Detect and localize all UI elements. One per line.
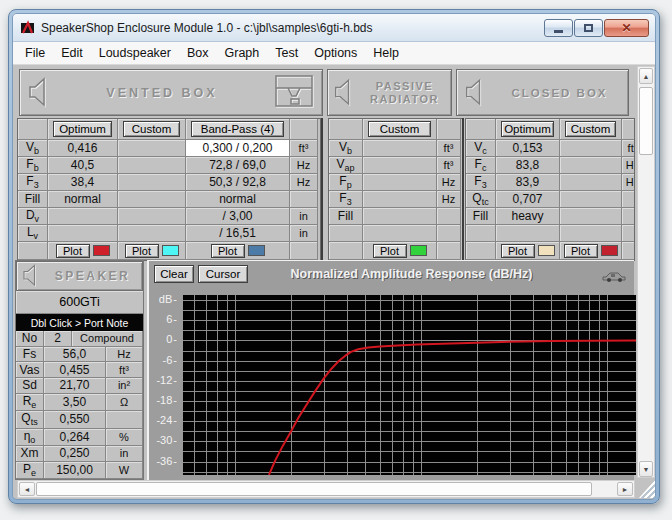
vented-box-table: OptimumCustomBand-Pass (4)Vb0,4160,300 /…: [17, 118, 321, 261]
unit-label: in: [290, 208, 318, 225]
maximize-button[interactable]: [574, 19, 603, 37]
value-cell: 83,8: [496, 157, 560, 174]
spec-value: 0,250: [44, 446, 106, 462]
value-cell: [118, 174, 186, 191]
plot-cell: Plot: [48, 242, 118, 260]
param-row: Vc0,153ft³: [466, 140, 634, 157]
unit-label: Hz: [437, 191, 461, 208]
plot-color-swatch: [601, 245, 618, 256]
response-chart: [183, 295, 636, 475]
car-icon[interactable]: [601, 268, 627, 282]
scroll-left-button[interactable]: ◄: [19, 482, 35, 496]
plot-cell: Plot: [496, 242, 560, 260]
alignment-button-optimum[interactable]: Optimum: [501, 121, 554, 137]
passive-radiator-header[interactable]: PASSIVE RADIATOR: [327, 69, 452, 116]
menu-item-file[interactable]: File: [17, 43, 53, 64]
menu-item-graph[interactable]: Graph: [217, 43, 268, 64]
spec-unit: %: [106, 429, 143, 446]
plot-area[interactable]: [183, 295, 636, 475]
clear-button[interactable]: Clear: [154, 265, 194, 283]
spec-unit: Ω: [106, 394, 143, 411]
close-button[interactable]: ✕: [604, 19, 649, 37]
vented-box-label: VENTED BOX: [56, 86, 268, 100]
speaker-panel-label: SPEAKER: [43, 269, 142, 283]
plot-button[interactable]: Plot: [564, 244, 598, 258]
alignment-button-custom[interactable]: Custom: [565, 121, 616, 137]
scroll-down-button[interactable]: ▼: [639, 461, 653, 477]
spec-label: Vas: [16, 362, 44, 378]
menu-item-help[interactable]: Help: [365, 43, 407, 64]
alignment-button-band-pass-4-[interactable]: Band-Pass (4): [191, 121, 284, 137]
value-cell: [118, 208, 186, 225]
section-divider: [462, 118, 464, 261]
value-cell: / 16,51: [186, 225, 290, 242]
desktop: SpeakerShop Enclosure Module 1.0 - c:\jb…: [0, 0, 672, 520]
minimize-button[interactable]: [544, 19, 573, 37]
value-cell: heavy: [496, 208, 560, 225]
plot-cell: Plot: [363, 242, 437, 260]
spec-label: Qts: [16, 411, 44, 428]
y-axis-label: 6: [149, 313, 177, 326]
row-label: Vap: [329, 157, 363, 174]
app-window: SpeakerShop Enclosure Module 1.0 - c:\jb…: [8, 9, 660, 504]
plot-button[interactable]: Plot: [211, 244, 245, 258]
scroll-up-button[interactable]: ▲: [639, 68, 653, 84]
vented-box-header[interactable]: VENTED BOX: [19, 69, 323, 116]
spec-value: 0,550: [44, 411, 106, 428]
spec-value: 150,00: [44, 462, 106, 479]
window-body: SpeakerShop Enclosure Module 1.0 - c:\jb…: [12, 13, 656, 500]
driver-mode[interactable]: Compound: [72, 331, 143, 347]
value-cell: [560, 157, 622, 174]
y-axis-label: -6: [149, 354, 177, 367]
unit-label: [622, 208, 635, 225]
vertical-scroll-thumb[interactable]: [639, 87, 653, 155]
speaker-spec-row: ηo0,264%: [16, 429, 143, 446]
column-header-cell: Optimum: [496, 119, 560, 140]
alignment-button-custom[interactable]: Custom: [123, 121, 180, 137]
response-curve: [269, 341, 636, 475]
menu-item-test[interactable]: Test: [267, 43, 306, 64]
plot-button[interactable]: Plot: [125, 244, 159, 258]
menu-item-edit[interactable]: Edit: [53, 43, 91, 64]
alignment-button-optimum[interactable]: Optimum: [53, 121, 112, 137]
y-axis-label: -30: [149, 434, 177, 447]
unit-header-cell: [437, 119, 461, 140]
plot-button[interactable]: Plot: [373, 244, 407, 258]
plot-button[interactable]: Plot: [56, 244, 90, 258]
plot-button-row: PlotPlotPlot: [18, 242, 320, 260]
speaker-spec-table: No2CompoundFs56,0HzVas0,455ft³Sd21,70in²…: [16, 331, 143, 479]
vertical-scrollbar: ▲ ▼: [637, 66, 655, 478]
param-row: Vbft³: [329, 140, 463, 157]
menu-item-options[interactable]: Options: [306, 43, 365, 64]
param-row: Vb0,4160,300 / 0,200ft³: [18, 140, 320, 157]
horizontal-scroll-thumb[interactable]: [36, 482, 592, 496]
value-cell: 50,3 / 92,8: [186, 174, 290, 191]
title-bar[interactable]: SpeakerShop Enclosure Module 1.0 - c:\jb…: [13, 14, 655, 42]
value-cell: [363, 225, 437, 242]
value-cell: normal: [48, 191, 118, 208]
speaker-header[interactable]: SPEAKER: [16, 261, 143, 291]
param-row: FpHz: [329, 174, 463, 191]
unit-label: Hz: [437, 174, 461, 191]
menu-item-box[interactable]: Box: [179, 43, 217, 64]
cursor-button[interactable]: Cursor: [198, 265, 248, 283]
resize-grip[interactable]: [639, 480, 655, 498]
param-row: Fb40,572,8 / 69,0Hz: [18, 157, 320, 174]
value-cell: [363, 191, 437, 208]
plot-button[interactable]: Plot: [501, 244, 535, 258]
column-header-row: OptimumCustom: [466, 119, 634, 140]
param-row: [466, 225, 634, 242]
value-cell: [496, 225, 560, 242]
closed-box-header[interactable]: CLOSED BOX: [456, 69, 629, 116]
speaker-model[interactable]: 600GTi: [16, 291, 143, 314]
alignment-button-custom[interactable]: Custom: [368, 121, 431, 137]
column-header-row: OptimumCustomBand-Pass (4): [18, 119, 320, 140]
scroll-right-button[interactable]: ►: [617, 482, 633, 496]
value-input-cell[interactable]: 0,300 / 0,200: [186, 140, 290, 157]
right-arrow-icon: ►: [622, 486, 629, 493]
speaker-spec-row: Xm0,250in: [16, 446, 143, 462]
unit-label: [437, 208, 461, 225]
menu-item-loudspeaker[interactable]: Loudspeaker: [91, 43, 179, 64]
window-controls: ✕: [544, 19, 649, 37]
unit-label: ft³: [437, 140, 461, 157]
